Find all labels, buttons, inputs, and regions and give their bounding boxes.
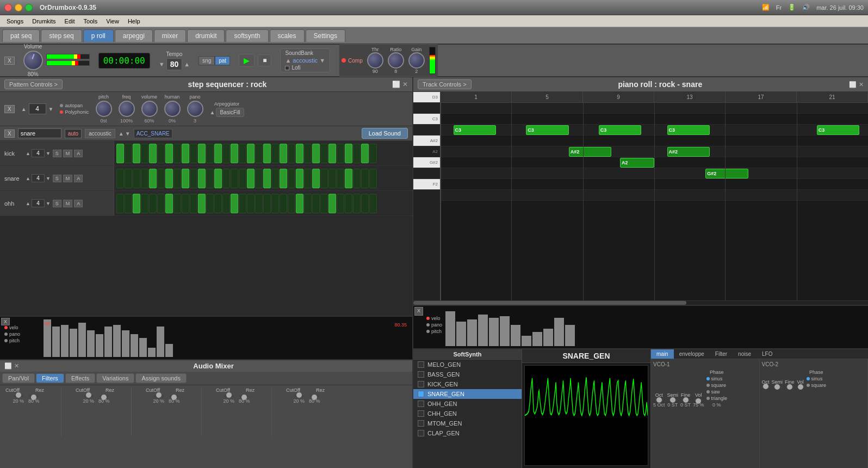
seq-cell-8[interactable] <box>182 194 189 213</box>
seq-cell-11[interactable] <box>206 144 214 163</box>
note-c3-3[interactable]: C3 <box>599 125 642 135</box>
note-c3-2[interactable]: C3 <box>526 125 569 135</box>
play-button[interactable]: ▶ <box>239 54 255 67</box>
pr-vel-bar-11[interactable] <box>565 325 575 346</box>
instr-snare-gen[interactable]: SNARE_GEN <box>413 389 522 399</box>
filter-slider-cutoff-0[interactable] <box>14 395 23 397</box>
seq-cell-23[interactable] <box>304 144 312 163</box>
ohh-checkbox[interactable] <box>418 401 424 407</box>
pr-vel-bar-5[interactable] <box>500 316 510 346</box>
seq-cell-29[interactable] <box>353 169 361 188</box>
seq-cell-2[interactable] <box>133 144 140 163</box>
seq-cell-9[interactable] <box>190 194 197 213</box>
seq-cell-22[interactable] <box>296 144 303 163</box>
track-controls-button[interactable]: Track Controls > <box>418 79 472 89</box>
seq-cell-13[interactable] <box>222 194 230 213</box>
note-c3-4[interactable]: C3 <box>667 125 710 135</box>
seq-cell-22[interactable] <box>296 194 303 213</box>
instr-clap-gen[interactable]: CLAP_GEN <box>413 428 522 438</box>
mixer-tab-variations[interactable]: Variations <box>96 373 134 383</box>
tab-arpeggi[interactable]: arpeggi <box>115 29 153 42</box>
filter-slider-rez-1[interactable] <box>99 395 109 397</box>
seq-cell-21[interactable] <box>288 144 295 163</box>
menu-help[interactable]: Help <box>123 17 145 26</box>
pr-vel-bar-1[interactable] <box>456 322 466 347</box>
beat-up[interactable]: ▲ <box>21 106 27 112</box>
seq-cell-20[interactable] <box>280 194 287 213</box>
seq-cell-2[interactable] <box>133 194 140 213</box>
pr-vel-x-button[interactable]: X <box>414 307 423 316</box>
seq-cell-0[interactable] <box>116 194 124 213</box>
seq-cell-25[interactable] <box>320 194 328 213</box>
mtom-checkbox[interactable] <box>418 420 424 427</box>
pr-vel-bar-3[interactable] <box>478 315 488 347</box>
vel-bar-7[interactable] <box>104 327 112 357</box>
vco2-fine-slider[interactable] <box>786 386 793 388</box>
seq-cell-28[interactable] <box>345 144 352 163</box>
seq-cell-29[interactable] <box>353 144 361 163</box>
vel-bar-8[interactable] <box>113 325 121 358</box>
seq-cell-13[interactable] <box>222 144 230 163</box>
kick-beat-down[interactable]: ▼ <box>46 151 51 156</box>
ohh-m-button[interactable]: M <box>63 200 73 207</box>
seq-cell-15[interactable] <box>239 144 246 163</box>
seq-cell-7[interactable] <box>173 144 181 163</box>
mixer-close[interactable]: ✕ <box>14 362 19 370</box>
filter-slider-cutoff-2[interactable] <box>154 395 164 397</box>
vel-bar-14[interactable] <box>165 344 173 358</box>
seq-cell-18[interactable] <box>263 169 271 188</box>
snare-checkbox[interactable] <box>418 391 424 397</box>
pat-button[interactable]: pat <box>215 56 230 65</box>
seq-cell-2[interactable] <box>133 169 140 188</box>
seq-cell-30[interactable] <box>361 144 369 163</box>
seq-cell-6[interactable] <box>165 194 173 213</box>
menu-songs[interactable]: Songs <box>2 17 28 26</box>
seq-cell-13[interactable] <box>222 169 230 188</box>
filter-slider-rez-4[interactable] <box>309 395 319 397</box>
note-a2-1[interactable]: A2 <box>620 158 654 168</box>
seq-cell-29[interactable] <box>353 194 361 213</box>
instr-bass-gen[interactable]: BASS_GEN <box>413 370 522 379</box>
menu-drumkits[interactable]: Drumkits <box>28 17 60 26</box>
mixer-tab-panvol[interactable]: Pan/Vol <box>2 373 35 383</box>
pattern-controls-button[interactable]: Pattern Controls > <box>4 79 63 89</box>
sound-name-input[interactable] <box>18 128 61 138</box>
pr-vel-bar-6[interactable] <box>511 325 520 346</box>
seq-cell-22[interactable] <box>296 169 303 188</box>
vel-bar-10[interactable] <box>131 334 138 357</box>
seq-cell-14[interactable] <box>231 144 238 163</box>
vco1-fine-slider[interactable] <box>682 399 690 401</box>
seq-cell-19[interactable] <box>271 144 279 163</box>
filter-slider-cutoff-4[interactable] <box>294 395 304 397</box>
bass-checkbox[interactable] <box>418 371 424 378</box>
seq-cell-20[interactable] <box>280 169 287 188</box>
piano-roll-expand[interactable]: ⬜ <box>849 81 857 88</box>
beat-selector[interactable]: 4 <box>29 103 46 114</box>
seq-cell-0[interactable] <box>116 144 124 163</box>
tab-softsynth[interactable]: softsynth <box>226 29 268 42</box>
seq-cell-3[interactable] <box>141 169 148 188</box>
vel-bar-3[interactable] <box>70 329 77 358</box>
seq-cell-24[interactable] <box>312 169 320 188</box>
filter-slider-rez-2[interactable] <box>169 395 179 397</box>
seq-cell-17[interactable] <box>255 144 263 163</box>
step-seq-expand[interactable]: ⬜ <box>392 81 400 88</box>
note-gs2-1[interactable]: G#2 <box>705 169 748 178</box>
tab-drumkit[interactable]: drumkit <box>187 29 225 42</box>
auto-button[interactable]: auto <box>65 129 82 138</box>
seq-cell-3[interactable] <box>141 144 148 163</box>
mixer-tab-assign[interactable]: Assign sounds <box>135 373 187 383</box>
seq-cell-24[interactable] <box>312 144 320 163</box>
seq-cell-11[interactable] <box>206 194 214 213</box>
stop-button[interactable]: ■ <box>258 54 271 66</box>
seq-cell-17[interactable] <box>255 169 263 188</box>
vel-bar-4[interactable] <box>78 323 86 357</box>
filter-slider-rez-0[interactable] <box>29 395 39 397</box>
snare-m-button[interactable]: M <box>63 175 73 182</box>
seq-cell-5[interactable] <box>157 144 165 163</box>
seq-cell-19[interactable] <box>271 169 279 188</box>
seq-cell-14[interactable] <box>231 169 238 188</box>
vel-bar-11[interactable] <box>139 338 147 357</box>
volume-knob[interactable] <box>23 51 43 70</box>
seq-cell-27[interactable] <box>337 169 344 188</box>
